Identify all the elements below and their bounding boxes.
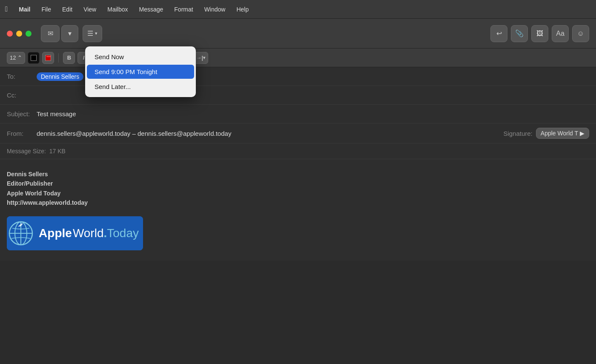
sig-url: http://www.appleworld.today	[7, 199, 88, 206]
menu-mailbox[interactable]: Mailbox	[106, 5, 129, 14]
logo-dot: .	[104, 226, 107, 240]
message-size-value: 17 KB	[49, 148, 66, 155]
menu-message[interactable]: Message	[137, 5, 165, 14]
logo-icon-area	[7, 216, 34, 250]
from-label: From:	[7, 130, 37, 137]
sig-name: Dennis Sellers	[7, 171, 48, 178]
chevron-icon: ▾	[95, 31, 97, 36]
emoji-icon: ☺	[577, 30, 584, 37]
to-label: To:	[7, 73, 37, 80]
logo-text-area: Apple World . Today	[34, 216, 143, 250]
font-icon: Aa	[556, 30, 564, 37]
format-divider-1	[58, 53, 59, 63]
undo-icon: ↩	[496, 29, 502, 37]
send-dropdown-menu: Send Now Send 9:00 PM Tonight Send Later…	[85, 46, 196, 97]
attach-button[interactable]: 📎	[511, 25, 528, 42]
maximize-button[interactable]	[26, 31, 32, 37]
to-recipient-chip[interactable]: Dennis Sellers	[37, 72, 83, 81]
sig-company: Apple World Today	[7, 190, 60, 197]
logo-world: World	[73, 226, 104, 240]
signature-label: Signature:	[503, 130, 532, 137]
cc-label: Cc:	[7, 92, 37, 99]
minimize-button[interactable]	[16, 31, 22, 37]
font-size-value: 12	[10, 54, 16, 61]
subject-label: Subject:	[7, 110, 37, 118]
toolbar: ✉ ▾ ☰ ▾ ↩ 📎 🖼 Aa ☺ Send Now Send 9:00 PM…	[0, 19, 596, 49]
menu-edit[interactable]: Edit	[60, 5, 74, 14]
indent-icon: →|	[196, 54, 203, 61]
message-size-label: Message Size:	[7, 148, 46, 155]
font-size-select[interactable]: 12 ⌃	[7, 52, 25, 64]
menu-help[interactable]: Help	[235, 5, 250, 14]
signature-chevron: ▶	[580, 130, 585, 137]
list-icon: ☰	[87, 29, 93, 37]
from-value: dennis.sellers@appleworld.today – dennis…	[37, 130, 503, 137]
image-icon: 🖼	[536, 30, 543, 37]
font-size-arrow: ⌃	[17, 54, 22, 61]
send-now-item[interactable]: Send Now	[87, 50, 194, 64]
compose-body[interactable]: Dennis Sellers Editor/Publisher Apple Wo…	[0, 159, 596, 261]
indent-arrow: ▾	[203, 55, 205, 60]
compose-type-button[interactable]: ☰ ▾	[83, 25, 102, 42]
emoji-button[interactable]: ☺	[572, 25, 589, 42]
text-color-icon	[31, 55, 37, 61]
logo-apple: Apple	[39, 226, 72, 240]
globe-icon	[8, 221, 34, 246]
menu-bar:  Mail File Edit View Mailbox Message Fo…	[0, 0, 596, 19]
highlight-icon	[45, 55, 51, 61]
chevron-down-icon: ▾	[68, 29, 72, 37]
apple-menu[interactable]: 	[5, 5, 8, 14]
message-size-bar: Message Size: 17 KB	[0, 143, 596, 159]
subject-value[interactable]: Test message	[37, 110, 76, 118]
highlight-color-button[interactable]	[42, 52, 54, 64]
signature-block: Dennis Sellers Editor/Publisher Apple Wo…	[7, 169, 589, 208]
text-color-button[interactable]	[28, 52, 40, 64]
bold-button[interactable]: B	[63, 52, 75, 64]
menu-mail[interactable]: Mail	[17, 5, 32, 14]
bold-icon: B	[67, 54, 71, 61]
window-controls	[7, 31, 32, 37]
toolbar-right: ↩ 📎 🖼 Aa ☺	[490, 25, 589, 42]
send-later-item[interactable]: Send Later...	[87, 80, 194, 94]
menu-format[interactable]: Format	[172, 5, 195, 14]
menu-file[interactable]: File	[40, 5, 53, 14]
from-field: From: dennis.sellers@appleworld.today – …	[0, 123, 596, 143]
logo-today: Today	[107, 226, 139, 240]
send-button[interactable]: ✉	[41, 25, 60, 42]
menu-view[interactable]: View	[82, 5, 98, 14]
close-button[interactable]	[7, 31, 13, 37]
send-tonight-item[interactable]: Send 9:00 PM Tonight	[87, 65, 194, 79]
send-dropdown-button[interactable]: ▾	[61, 25, 78, 42]
image-button[interactable]: 🖼	[531, 25, 548, 42]
sig-title: Editor/Publisher	[7, 180, 53, 187]
undo-button[interactable]: ↩	[490, 25, 507, 42]
italic-icon: I	[83, 54, 85, 61]
paperclip-icon: 📎	[515, 29, 524, 37]
menu-window[interactable]: Window	[203, 5, 227, 14]
send-icon: ✉	[48, 29, 53, 37]
signature-select[interactable]: Apple World T ▶	[536, 128, 589, 139]
font-button[interactable]: Aa	[552, 25, 569, 42]
signature-value: Apple World T	[541, 130, 578, 137]
logo-container: Apple World . Today	[7, 216, 143, 250]
subject-field: Subject: Test message	[0, 105, 596, 123]
